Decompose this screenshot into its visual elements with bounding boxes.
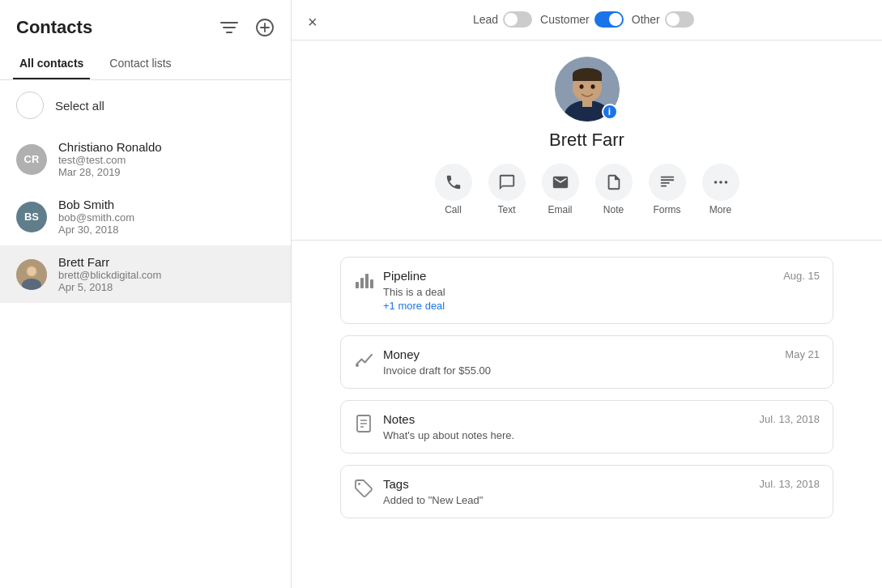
forms-label: Forms bbox=[654, 204, 681, 215]
money-card-content: Money May 21 Invoice draft for $55.00 bbox=[383, 347, 820, 377]
tags-icon bbox=[354, 479, 373, 498]
contact-item-cr[interactable]: CR Christiano Ronaldo test@test.com Mar … bbox=[0, 130, 291, 188]
notes-title: Notes bbox=[383, 412, 415, 426]
action-text[interactable]: Text bbox=[488, 164, 526, 215]
pipeline-title: Pipeline bbox=[383, 269, 426, 283]
contact-name-cr: Christiano Ronaldo bbox=[58, 140, 162, 154]
money-desc: Invoice draft for $55.00 bbox=[383, 364, 820, 377]
contact-item-bs[interactable]: BS Bob Smith bob@smith.com Apr 30, 2018 bbox=[0, 188, 291, 245]
call-icon-circle bbox=[435, 164, 472, 201]
tags-desc: Added to "New Lead" bbox=[383, 494, 820, 506]
notes-icon bbox=[354, 414, 373, 433]
toggle-label-customer: Customer bbox=[540, 13, 590, 26]
money-card-header: Money May 21 Invoice draft for $55.00 bbox=[354, 347, 820, 377]
more-icon bbox=[712, 173, 730, 191]
toggle-label-other: Other bbox=[632, 13, 660, 26]
toggles-row: Lead Customer Other bbox=[334, 11, 866, 28]
select-all-checkbox[interactable] bbox=[16, 92, 44, 119]
pipeline-card[interactable]: Pipeline Aug. 15 This is a deal +1 more … bbox=[340, 257, 833, 324]
note-label: Note bbox=[603, 204, 624, 215]
pipeline-card-icon bbox=[354, 271, 373, 294]
toggle-group-other: Other bbox=[632, 11, 694, 28]
toggle-label-lead: Lead bbox=[473, 13, 498, 26]
contact-date-bf: Apr 5, 2018 bbox=[58, 281, 161, 293]
email-icon bbox=[552, 173, 569, 191]
notes-card[interactable]: Notes Jul. 13, 2018 What's up about note… bbox=[340, 400, 833, 454]
tab-contact-lists[interactable]: Contact lists bbox=[103, 49, 177, 79]
toggle-group-customer: Customer bbox=[540, 11, 624, 28]
text-label: Text bbox=[497, 204, 515, 215]
call-label: Call bbox=[445, 204, 462, 215]
profile-avatar-wrap: i bbox=[555, 57, 620, 121]
contact-info-bf: Brett Farr brett@blickdigital.com Apr 5,… bbox=[58, 255, 161, 293]
more-icon-circle bbox=[702, 164, 739, 201]
contact-list: CR Christiano Ronaldo test@test.com Mar … bbox=[0, 130, 291, 588]
avatar-bs: BS bbox=[16, 202, 47, 232]
add-icon bbox=[256, 19, 274, 36]
svg-point-16 bbox=[579, 84, 583, 89]
svg-point-17 bbox=[590, 84, 594, 89]
avatar-photo-bf bbox=[16, 259, 47, 290]
forms-icon-circle bbox=[649, 164, 686, 201]
filter-button[interactable] bbox=[216, 15, 242, 40]
tags-card-header: Tags Jul. 13, 2018 Added to "New Lead" bbox=[354, 477, 820, 506]
action-forms[interactable]: Forms bbox=[649, 164, 686, 215]
toggle-customer[interactable] bbox=[594, 11, 624, 28]
contact-date-bs: Apr 30, 2018 bbox=[58, 224, 134, 236]
select-all-row: Select all bbox=[0, 80, 291, 130]
toggle-group-lead: Lead bbox=[473, 11, 532, 28]
pipeline-date: Aug. 15 bbox=[783, 270, 820, 282]
tags-card-content: Tags Jul. 13, 2018 Added to "New Lead" bbox=[383, 477, 820, 506]
filter-icon bbox=[220, 20, 238, 35]
tags-card[interactable]: Tags Jul. 13, 2018 Added to "New Lead" bbox=[340, 465, 833, 518]
forms-icon bbox=[658, 173, 676, 191]
action-call[interactable]: Call bbox=[435, 164, 472, 215]
pipeline-title-row: Pipeline Aug. 15 bbox=[383, 269, 820, 283]
notes-card-content: Notes Jul. 13, 2018 What's up about note… bbox=[383, 412, 820, 441]
notes-card-icon bbox=[354, 414, 373, 437]
divider bbox=[292, 240, 882, 241]
add-contact-button[interactable] bbox=[252, 15, 278, 40]
action-more[interactable]: More bbox=[702, 164, 739, 215]
pipeline-card-header: Pipeline Aug. 15 This is a deal +1 more … bbox=[354, 269, 820, 312]
header-icon-group bbox=[216, 15, 278, 40]
svg-rect-21 bbox=[660, 185, 666, 187]
action-email[interactable]: Email bbox=[542, 164, 579, 215]
svg-rect-15 bbox=[573, 75, 602, 81]
svg-rect-1 bbox=[223, 27, 236, 28]
svg-point-22 bbox=[714, 181, 717, 184]
pipeline-desc: This is a deal bbox=[383, 286, 820, 298]
money-title-row: Money May 21 bbox=[383, 347, 820, 361]
text-icon bbox=[498, 173, 516, 191]
contact-email-bf: brett@blickdigital.com bbox=[58, 269, 161, 281]
note-icon bbox=[605, 173, 623, 191]
close-button[interactable]: × bbox=[308, 13, 317, 32]
tags-card-icon bbox=[354, 479, 373, 502]
tags-date: Jul. 13, 2018 bbox=[760, 478, 820, 490]
money-card[interactable]: Money May 21 Invoice draft for $55.00 bbox=[340, 335, 833, 389]
tabs-bar: All contacts Contact lists bbox=[0, 49, 291, 80]
action-note[interactable]: Note bbox=[595, 164, 633, 215]
pipeline-link[interactable]: +1 more deal bbox=[383, 300, 820, 312]
text-icon-circle bbox=[488, 164, 526, 201]
tab-all-contacts[interactable]: All contacts bbox=[13, 49, 90, 79]
svg-rect-2 bbox=[226, 32, 232, 33]
profile-section: i Brett Farr Call Text bbox=[292, 40, 882, 232]
svg-rect-25 bbox=[356, 282, 359, 288]
svg-rect-27 bbox=[365, 274, 369, 288]
contact-item-bf[interactable]: Brett Farr brett@blickdigital.com Apr 5,… bbox=[0, 245, 291, 303]
right-header: × Lead Customer Other bbox=[292, 0, 882, 40]
avatar-cr: CR bbox=[16, 144, 47, 175]
email-icon-circle bbox=[542, 164, 579, 201]
toggle-lead[interactable] bbox=[503, 11, 532, 28]
notes-title-row: Notes Jul. 13, 2018 bbox=[383, 412, 820, 426]
right-panel: × Lead Customer Other bbox=[292, 0, 882, 588]
toggle-other[interactable] bbox=[665, 11, 694, 28]
note-icon-circle bbox=[595, 164, 633, 201]
pipeline-card-content: Pipeline Aug. 15 This is a deal +1 more … bbox=[383, 269, 820, 312]
call-icon bbox=[445, 173, 462, 191]
money-date: May 21 bbox=[785, 348, 820, 360]
more-label: More bbox=[709, 204, 731, 215]
info-badge[interactable]: i bbox=[602, 104, 618, 120]
svg-point-29 bbox=[356, 364, 359, 367]
